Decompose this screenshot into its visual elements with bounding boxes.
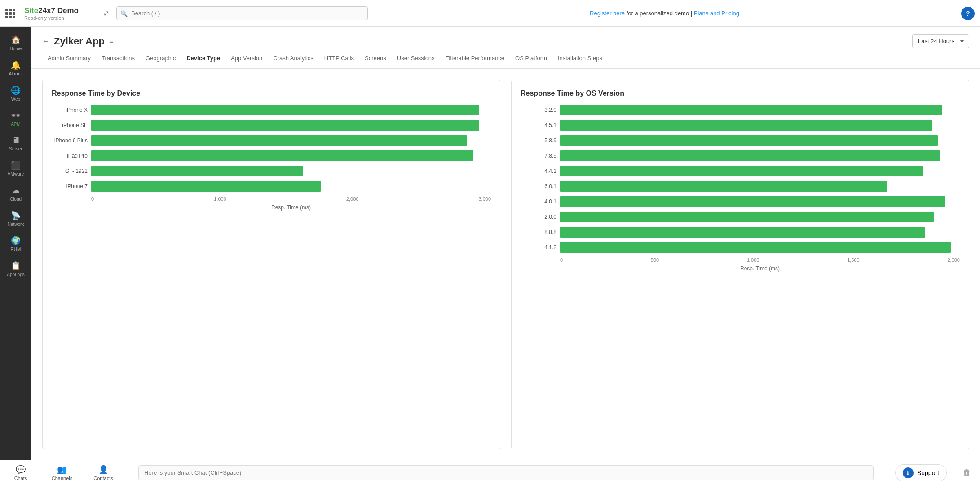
sidebar-item-server[interactable]: 🖥Server [0,131,31,156]
bar-track [560,212,960,222]
alarms-icon: 🔔 [11,60,21,70]
bar-track [91,181,491,192]
sidebar-item-vmware[interactable]: ⬛VMware [0,156,31,181]
tab-installation-steps[interactable]: Installation Steps [552,48,608,69]
bar-track [560,196,960,207]
chart1-x-label: Resp. Time (ms) [52,204,491,211]
tab-os-platform[interactable]: OS Platform [510,48,552,69]
expand-icon[interactable]: ⤢ [102,7,111,19]
page-menu-icon[interactable]: ≡ [109,37,113,45]
bar-fill [560,196,945,207]
bar-label: iPad Pro [52,153,88,159]
bar-track [560,181,960,192]
contacts-button[interactable]: 👤 Contacts [90,465,117,481]
tab-device-type[interactable]: Device Type [181,48,225,69]
bar-track [560,242,960,253]
search-bar: 🔍 [116,6,368,20]
bar-row: 4.4.1 [521,166,960,176]
chart-device-title: Response Time by Device [52,89,491,97]
x-tick: 3,000 [478,196,491,202]
sidebar-item-cloud[interactable]: ☁Cloud [0,181,31,206]
sidebar-item-alarms[interactable]: 🔔Alarms [0,56,31,81]
tab-app-version[interactable]: App Version [225,48,268,69]
bar-row: 8.8.8 [521,227,960,238]
bar-label: 2.0.0 [521,214,556,220]
support-button[interactable]: ℹ Support [895,464,947,481]
plans-link[interactable]: Plans and Pricing [694,10,739,17]
smart-chat-input[interactable] [138,465,874,480]
search-input[interactable] [116,6,368,20]
x-tick: 1,000 [214,196,226,202]
search-icon: 🔍 [120,10,128,17]
channels-button[interactable]: 👥 Channels [49,465,75,481]
delete-icon[interactable]: 🗑 [961,466,973,479]
tab-screens[interactable]: Screens [359,48,392,69]
bar-track [91,166,491,176]
bar-track [91,150,491,161]
back-arrow-icon[interactable]: ← [42,37,49,45]
bar-fill [91,166,303,176]
help-button[interactable]: ? [961,7,975,20]
home-icon: 🏠 [11,35,21,45]
logo-area: Site24x7 Demo Read-only version [24,6,96,21]
page-header: ← Zylker App ≡ Last 24 HoursLast 7 DaysL… [31,27,980,48]
bar-track [91,135,491,146]
top-links: Register here for a personalized demo | … [373,10,956,17]
tab-filterable-performance[interactable]: Filterable Performance [440,48,510,69]
x-tick: 0 [91,196,94,202]
chart1-x-axis: 01,0002,0003,000 [52,196,491,202]
bar-label: iPhone 6 Plus [52,137,88,144]
x-tick: 1,500 [847,257,860,263]
tab-http-calls[interactable]: HTTP Calls [319,48,359,69]
content-area: ← Zylker App ≡ Last 24 HoursLast 7 DaysL… [31,27,980,460]
chart2-bars: 3.2.0 4.5.1 5.8.9 7.8.9 [521,105,960,253]
demo-text: for a personalized demo | [625,10,694,17]
bar-fill [91,105,479,115]
cloud-icon: ☁ [12,185,20,195]
grid-menu-icon[interactable] [5,9,15,18]
sidebar-item-home[interactable]: 🏠Home [0,31,31,56]
x-tick: 0 [560,257,563,263]
tab-admin-summary[interactable]: Admin Summary [42,48,96,69]
chats-button[interactable]: 💬 Chats [7,465,34,481]
network-icon: 📡 [11,211,21,220]
bar-fill [91,181,321,192]
apm-icon: 👓 [11,110,21,120]
sidebar: 🏠Home🔔Alarms🌐Web👓APM🖥Server⬛VMware☁Cloud… [0,27,31,460]
support-label: Support [917,469,939,476]
tab-geographic[interactable]: Geographic [140,48,181,69]
sidebar-item-apm[interactable]: 👓APM [0,106,31,131]
bar-row: 3.2.0 [521,105,960,115]
sidebar-item-network[interactable]: 📡Network [0,206,31,231]
bar-row: 4.5.1 [521,120,960,131]
bar-track [91,120,491,131]
sidebar-item-web[interactable]: 🌐Web [0,81,31,106]
tab-crash-analytics[interactable]: Crash Analytics [268,48,319,69]
logo-site: Site [24,6,38,15]
applogs-icon: 📋 [11,261,21,271]
chart2-x-label: Resp. Time (ms) [521,265,960,272]
logo-title: Site24x7 Demo [24,6,96,15]
bar-fill [91,150,473,161]
tab-transactions[interactable]: Transactions [96,48,140,69]
charts-area: Response Time by Device iPhone X iPhone … [31,69,980,460]
tabs-bar: Admin SummaryTransactionsGeographicDevic… [31,48,980,69]
bar-row: 5.8.9 [521,135,960,146]
bar-track [560,135,960,146]
bar-track [560,105,960,115]
time-range-select[interactable]: Last 24 HoursLast 7 DaysLast 30 Days [912,34,969,48]
sidebar-item-applogs[interactable]: 📋AppLogs [0,256,31,282]
bar-row: iPhone 7 [52,181,491,192]
bar-label: iPhone X [52,107,88,113]
channels-icon: 👥 [57,465,67,475]
bar-row: 4.1.2 [521,242,960,253]
chart-os: Response Time by OS Version 3.2.0 4.5.1 … [511,80,969,449]
bottom-bar: 💬 Chats 👥 Channels 👤 Contacts ℹ Support … [0,460,980,485]
bar-fill [560,135,938,146]
bar-fill [560,181,887,192]
sidebar-item-rum[interactable]: 🌍RUM [0,231,31,256]
tab-user-sessions[interactable]: User Sessions [392,48,440,69]
register-link[interactable]: Register here [590,10,625,17]
bar-fill [91,120,479,131]
bar-row: iPhone 6 Plus [52,135,491,146]
